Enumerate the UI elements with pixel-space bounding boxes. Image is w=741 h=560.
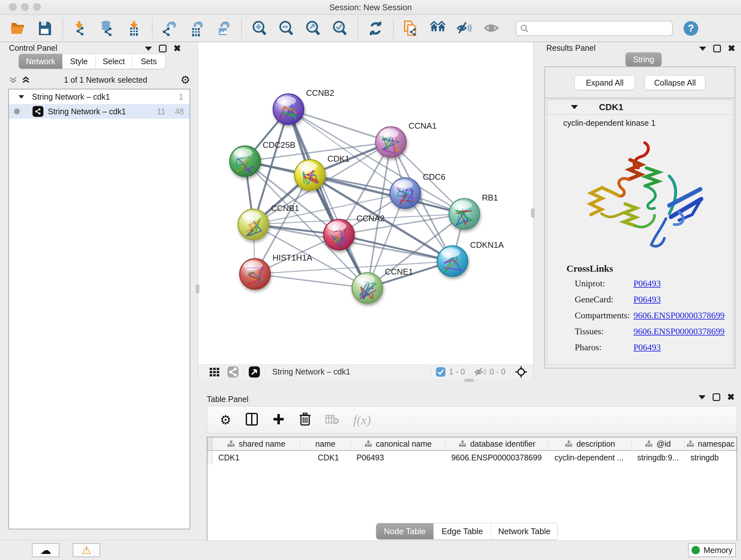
network-edge[interactable] [288,109,391,142]
network-edge[interactable] [339,235,453,261]
network-view[interactable]: CCNB2CCNA1CDC25BCDK1CDC6RB1CCNB1CCNA2CDK… [198,42,534,379]
refresh-button[interactable] [366,19,385,38]
cell-database-identifier[interactable]: 9606.ENSP00000378699 [446,451,549,464]
copy-network-button[interactable] [402,19,421,38]
network-node-ccnb1[interactable] [238,209,269,240]
network-node-ccnb2[interactable] [273,94,304,125]
show-all-button[interactable] [482,19,501,38]
tab-edge-table[interactable]: Edge Table [434,523,491,539]
tab-string[interactable]: String [625,52,662,66]
network-node-cdk1[interactable] [294,160,325,190]
tab-select[interactable]: Select [96,54,132,69]
column-header-description[interactable]: description [549,437,631,450]
network-node-cdc25b[interactable] [230,146,260,177]
zoom-fit-button[interactable] [304,19,322,38]
cloud-status-button[interactable]: ☁ [32,543,59,557]
column-header-namespac[interactable]: namespac [684,437,737,450]
save-session-button[interactable] [36,19,54,38]
tab-node-table[interactable]: Node Table [376,523,434,539]
import-network-database-button[interactable] [98,19,117,38]
hide-selected-button[interactable] [456,19,474,38]
tab-style[interactable]: Style [63,54,96,69]
table-panel-close-icon[interactable]: ✖ [727,393,735,401]
column-header--id[interactable]: @id [631,437,685,450]
open-session-button[interactable] [9,19,27,38]
collapse-all-icon[interactable] [8,75,18,84]
cell-name[interactable]: CDK1 [300,451,351,464]
tab-network-table[interactable]: Network Table [491,523,557,539]
delete-column-trash-icon[interactable] [299,412,311,428]
tab-network[interactable]: Network [19,54,63,69]
network-node-cdc6[interactable] [390,178,421,208]
add-column-icon[interactable] [272,413,285,427]
network-node-ccne1[interactable] [352,273,383,303]
fit-selected-crosshair-icon[interactable] [515,366,528,378]
column-header-canonical-name[interactable]: canonical name [351,437,446,450]
table-panel-menu-icon[interactable] [698,395,705,399]
birdseye-view-icon[interactable] [248,366,260,378]
first-neighbors-button[interactable] [429,19,448,38]
left-splitter-handle[interactable] [196,284,199,294]
protein-collapse-icon[interactable] [571,105,578,109]
control-panel-float-icon[interactable] [159,45,166,52]
table-toolbar: ⚙ f(x) [207,406,737,434]
results-panel-close-icon[interactable]: ✖ [728,45,735,52]
node-table-row[interactable]: CDK1CDK1P064939606.ENSP00000378699cyclin… [207,451,737,464]
column-header-shared-name[interactable]: shared name [212,437,300,450]
network-canvas[interactable]: CCNB2CCNA1CDC25BCDK1CDC6RB1CCNB1CCNA2CDK… [198,42,533,365]
export-image-button[interactable] [214,19,233,38]
network-node-ccna2[interactable] [324,219,354,250]
results-panel-menu-icon[interactable] [699,47,706,51]
cell-description[interactable]: cyclin-dependent ... [549,451,631,464]
network-node-cdkn1a[interactable] [437,246,468,276]
network-node-hist1h1a[interactable] [240,259,270,289]
tissues-link[interactable]: 9606.ENSP00000378699 [633,326,724,336]
selected-count: 1 - 0 [449,367,465,376]
expand-all-button[interactable]: Expand All [575,75,635,90]
import-network-file-button[interactable] [71,19,90,38]
search-input[interactable] [529,22,668,35]
warnings-button[interactable]: ⚠ [73,543,100,557]
column-header-database-identifier[interactable]: database identifier [446,437,549,450]
export-table-button[interactable] [188,19,206,38]
zoom-in-button[interactable] [250,19,269,38]
network-collection-row[interactable]: String Network – cdk1 1 [9,89,190,104]
table-settings-gear-icon[interactable]: ⚙ [220,413,231,427]
memory-button[interactable]: Memory [688,543,736,557]
cell-canonical-name[interactable]: P06493 [351,451,446,464]
network-options-gear-icon[interactable]: ⚙ [181,75,190,84]
column-header-name[interactable]: name [300,437,351,450]
collapse-all-button[interactable]: Collapse All [645,75,705,90]
network-row[interactable]: String Network – cdk1 11 48 [9,104,190,119]
cell-shared-name[interactable]: CDK1 [212,451,300,464]
export-network-button[interactable] [161,19,179,38]
expand-all-icon[interactable] [21,75,30,84]
results-panel-float-icon[interactable] [713,45,721,52]
control-panel-close-icon[interactable]: ✖ [174,45,181,52]
collection-expand-icon[interactable] [18,95,24,98]
zoom-out-button[interactable] [277,19,295,38]
right-splitter-handle[interactable] [531,208,535,218]
cell--id[interactable]: stringdb:9... [631,451,685,464]
pharos-link[interactable]: P06493 [633,342,661,353]
string-style-icon[interactable] [227,366,239,378]
genecard-link[interactable]: P06493 [633,294,661,305]
table-panel: Table Panel ✖ ⚙ f(x) shared namename can… [198,382,741,540]
grid-view-icon[interactable] [209,367,220,377]
network-node-rb1[interactable] [449,199,480,229]
network-node-ccna1[interactable] [376,127,406,158]
import-table-file-button[interactable] [125,19,144,38]
cell-namespac[interactable]: stringdb [684,451,737,464]
uniprot-link[interactable]: P06493 [633,278,661,289]
help-button[interactable]: ? [684,21,698,36]
table-panel-float-icon[interactable] [713,393,720,401]
protein-section-header[interactable]: CDK1 [547,100,732,115]
compartments-link[interactable]: 9606.ENSP00000378699 [633,310,724,320]
tab-sets[interactable]: Sets [132,54,165,69]
network-selection-bar: 1 of 1 Network selected ⚙ [8,73,190,87]
crosslinks-heading: CrossLinks [566,263,732,274]
control-panel-menu-icon[interactable] [145,47,152,51]
zoom-selected-button[interactable] [331,19,349,38]
network-edge[interactable] [255,274,367,288]
table-split-view-icon[interactable] [246,412,258,428]
